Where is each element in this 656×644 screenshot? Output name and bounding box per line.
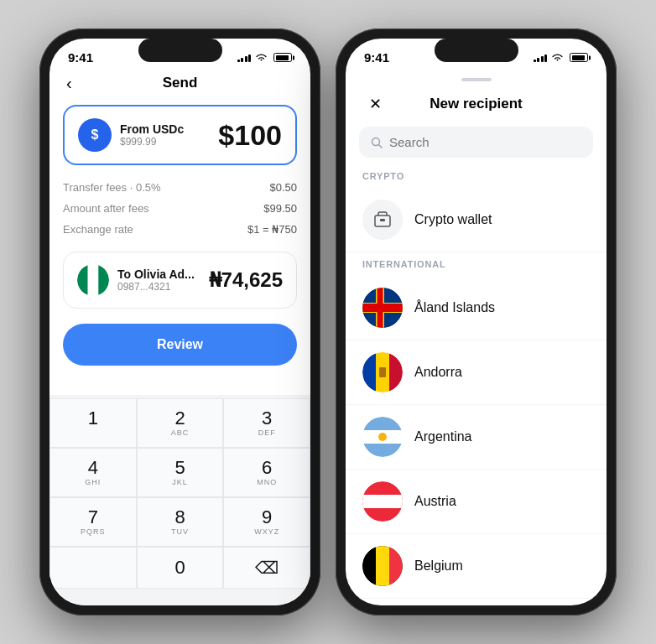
svg-rect-31	[362, 495, 403, 508]
search-input[interactable]	[389, 135, 581, 149]
recipient-list: CRYPTO Crypto wallet INTERNATIONAL	[346, 171, 607, 605]
to-account: 0987...4321	[117, 281, 195, 293]
crypto-wallet-icon	[362, 200, 403, 240]
fee-value-transfer: $0.50	[269, 181, 297, 194]
key-9[interactable]: 9 WXYZ	[223, 497, 310, 547]
fee-rows: Transfer fees · 0.5% $0.50 Amount after …	[63, 177, 297, 240]
flag-andorra	[362, 352, 403, 392]
time-send: 9:41	[68, 50, 93, 65]
from-card-left: $ From USDc $999.99	[78, 118, 184, 152]
review-button[interactable]: Review	[63, 324, 297, 366]
recipient-item-crypto-wallet[interactable]: Crypto wallet	[346, 188, 607, 252]
fee-row-after: Amount after fees $99.50	[63, 198, 297, 219]
signal-icon	[237, 53, 252, 62]
to-card[interactable]: To Olivia Ad... 0987...4321 ₦74,625	[63, 252, 297, 309]
austria-name: Austria	[414, 494, 456, 509]
svg-rect-35	[376, 546, 389, 586]
signal-icon-2	[534, 53, 548, 62]
recipient-item-andorra[interactable]: Andorra	[346, 340, 607, 405]
fee-label-rate: Exchange rate	[63, 223, 133, 236]
from-card[interactable]: $ From USDc $999.99 $100	[63, 105, 297, 165]
svg-rect-15	[377, 288, 383, 328]
status-icons-recipient	[534, 53, 589, 62]
time-recipient: 9:41	[364, 50, 389, 65]
fee-label-transfer: Transfer fees · 0.5%	[63, 181, 161, 194]
keypad: 1 2 ABC 3 DEF	[49, 395, 310, 605]
key-delete[interactable]: ⌫	[223, 547, 310, 589]
recipient-title: New recipient	[388, 96, 565, 112]
usdc-icon: $	[78, 118, 112, 152]
svg-rect-4	[98, 264, 109, 296]
svg-rect-20	[389, 352, 403, 392]
flag-austria	[362, 481, 403, 522]
from-currency: From USDc	[120, 122, 184, 136]
key-1[interactable]: 1	[49, 398, 137, 448]
keypad-row-1: 1 2 ABC 3 DEF	[49, 398, 310, 448]
svg-line-6	[379, 144, 383, 148]
wifi-icon	[255, 53, 268, 62]
keypad-row-2: 4 GHI 5 JKL 6 MNO	[49, 448, 310, 497]
key-3[interactable]: 3 DEF	[223, 398, 310, 448]
phone-recipient: 9:41	[336, 29, 617, 615]
key-0[interactable]: 0	[137, 547, 224, 589]
flag-belgium	[362, 546, 403, 586]
svg-rect-21	[379, 367, 386, 377]
recipient-item-aland[interactable]: Åland Islands	[346, 276, 607, 340]
section-label-crypto: CRYPTO	[346, 171, 607, 188]
battery-icon	[273, 53, 292, 62]
recipient-header: ✕ New recipient	[346, 81, 607, 127]
svg-point-27	[378, 433, 387, 441]
phone-send: 9:41	[39, 29, 320, 615]
key-8[interactable]: 8 TUV	[137, 497, 224, 547]
flag-argentina	[362, 417, 403, 457]
svg-rect-18	[362, 352, 376, 392]
keypad-row-4: 0 ⌫	[49, 547, 310, 589]
from-balance: $999.99	[120, 136, 184, 148]
close-button[interactable]: ✕	[362, 91, 388, 117]
svg-rect-2	[77, 264, 88, 296]
recipient-item-belgium[interactable]: Belgium	[346, 534, 607, 599]
battery-icon-2	[570, 53, 588, 62]
key-4[interactable]: 4 GHI	[49, 448, 137, 497]
to-info: To Olivia Ad... 0987...4321	[117, 267, 195, 293]
fee-value-after: $99.50	[263, 202, 297, 215]
section-label-international: INTERNATIONAL	[346, 259, 607, 276]
recipient-item-argentina[interactable]: Argentina	[346, 405, 607, 470]
phone-notch	[138, 39, 222, 62]
key-6[interactable]: 6 MNO	[223, 448, 310, 497]
status-icons-send	[237, 53, 293, 62]
svg-rect-26	[362, 444, 403, 457]
aland-name: Åland Islands	[414, 300, 495, 315]
svg-rect-25	[362, 417, 403, 430]
keypad-row-3: 7 PQRS 8 TUV 9 WXYZ	[49, 497, 310, 547]
phone-notch-2	[435, 39, 518, 62]
flag-aland	[362, 288, 403, 328]
fee-label-after: Amount after fees	[63, 202, 149, 215]
search-box[interactable]	[359, 127, 593, 158]
crypto-wallet-name: Crypto wallet	[414, 212, 492, 227]
key-empty	[49, 547, 137, 589]
wifi-icon-2	[551, 53, 564, 62]
recipient-item-austria[interactable]: Austria	[346, 470, 607, 534]
back-button[interactable]: ‹	[66, 74, 72, 93]
amount-display: $100	[218, 119, 282, 152]
key-2[interactable]: 2 ABC	[137, 398, 224, 448]
svg-rect-8	[380, 219, 385, 221]
fee-row-rate: Exchange rate $1 = ₦750	[63, 219, 297, 240]
svg-rect-36	[389, 546, 403, 586]
to-amount: ₦74,625	[209, 268, 283, 292]
nigeria-flag	[77, 264, 109, 296]
key-5[interactable]: 5 JKL	[137, 448, 224, 497]
andorra-name: Andorra	[414, 365, 462, 380]
argentina-name: Argentina	[414, 429, 472, 444]
belgium-name: Belgium	[414, 558, 463, 574]
to-name: To Olivia Ad...	[117, 267, 195, 281]
fee-value-rate: $1 = ₦750	[247, 223, 297, 236]
key-7[interactable]: 7 PQRS	[49, 497, 137, 547]
svg-rect-3	[88, 264, 99, 296]
fee-row-transfer: Transfer fees · 0.5% $0.50	[63, 177, 297, 198]
search-icon	[371, 137, 383, 148]
send-title: Send	[66, 75, 294, 91]
svg-rect-34	[362, 546, 376, 586]
send-header: ‹ Send	[49, 70, 310, 100]
